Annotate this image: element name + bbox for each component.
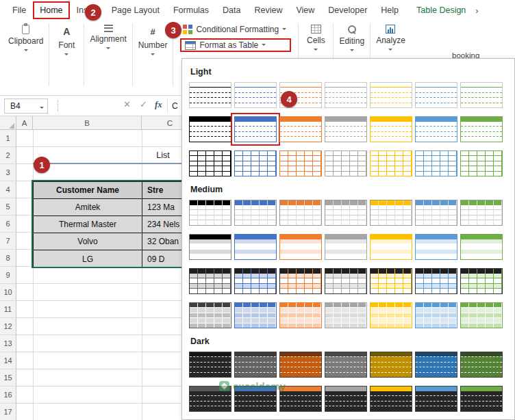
table-style-thumbnail[interactable] <box>325 200 367 226</box>
table-style-thumbnail[interactable] <box>279 268 322 294</box>
row-header-7[interactable]: 7 <box>0 233 16 250</box>
table-style-thumbnail[interactable] <box>279 116 322 142</box>
column-header-b[interactable]: B <box>33 116 142 130</box>
table-style-thumbnail[interactable] <box>460 200 503 226</box>
table-style-thumbnail[interactable] <box>234 116 277 142</box>
table-style-thumbnail[interactable] <box>325 234 367 260</box>
row-header-10[interactable]: 10 <box>0 284 16 301</box>
table-style-thumbnail[interactable] <box>460 150 503 176</box>
tab-view[interactable]: View <box>289 1 321 19</box>
table-style-thumbnail[interactable] <box>189 200 231 226</box>
row-header-15[interactable]: 15 <box>0 369 16 386</box>
table-style-thumbnail[interactable] <box>370 82 412 108</box>
tab-table-design[interactable]: Table Design <box>410 1 473 19</box>
table-style-thumbnail[interactable] <box>189 234 231 260</box>
table-style-thumbnail[interactable] <box>234 82 277 108</box>
table-style-thumbnail[interactable] <box>415 386 457 412</box>
table-style-thumbnail[interactable] <box>415 302 457 328</box>
table-style-thumbnail[interactable] <box>189 150 231 176</box>
row-header-16[interactable]: 16 <box>0 386 16 404</box>
table-style-thumbnail[interactable] <box>415 150 457 176</box>
group-font[interactable]: Font <box>51 23 82 86</box>
table-style-thumbnail[interactable] <box>370 150 412 176</box>
table-header-cell[interactable]: Customer Name <box>34 182 142 199</box>
table-style-thumbnail[interactable] <box>279 386 322 412</box>
table-style-thumbnail[interactable] <box>279 150 322 176</box>
table-style-thumbnail[interactable] <box>325 386 367 412</box>
name-box[interactable]: B4 <box>4 99 48 114</box>
row-header-2[interactable]: 2 <box>0 147 16 164</box>
table-style-thumbnail[interactable] <box>460 82 503 108</box>
table-style-thumbnail[interactable] <box>325 82 367 108</box>
group-clipboard[interactable]: Clipboard <box>4 23 47 86</box>
table-style-thumbnail[interactable] <box>370 386 412 412</box>
row-header-9[interactable]: 9 <box>0 267 16 284</box>
row-header-13[interactable]: 13 <box>0 335 16 352</box>
row-header-11[interactable]: 11 <box>0 301 16 318</box>
tab-help[interactable]: Help <box>374 1 405 19</box>
table-style-thumbnail[interactable] <box>460 268 503 294</box>
table-style-thumbnail[interactable] <box>325 302 367 328</box>
table-style-thumbnail[interactable] <box>234 200 277 226</box>
row-header-14[interactable]: 14 <box>0 352 16 369</box>
tab-formulas[interactable]: Formulas <box>166 1 216 19</box>
table-style-thumbnail[interactable] <box>460 302 503 328</box>
table-style-thumbnail[interactable] <box>325 352 367 378</box>
table-style-thumbnail[interactable] <box>370 268 412 294</box>
table-cell[interactable]: Volvo <box>34 233 142 250</box>
table-style-thumbnail[interactable] <box>415 234 457 260</box>
table-style-thumbnail[interactable] <box>234 268 277 294</box>
select-all-corner[interactable] <box>0 116 16 130</box>
table-style-thumbnail[interactable] <box>234 150 277 176</box>
table-cell[interactable]: LG <box>34 250 142 267</box>
table-style-thumbnail[interactable] <box>279 352 322 378</box>
table-style-thumbnail[interactable] <box>234 386 277 412</box>
row-header-6[interactable]: 6 <box>0 215 16 233</box>
tab-page-layout[interactable]: Page Layout <box>105 1 166 19</box>
tab-file[interactable]: File <box>5 1 33 19</box>
tab-review[interactable]: Review <box>247 1 289 19</box>
table-style-thumbnail[interactable] <box>189 268 231 294</box>
row-header-3[interactable]: 3 <box>0 164 16 181</box>
conditional-formatting-button[interactable]: Conditional Formatting <box>180 23 291 36</box>
table-cell[interactable]: Thermal Master <box>34 216 142 233</box>
table-style-thumbnail[interactable] <box>415 82 457 108</box>
table-style-thumbnail[interactable] <box>325 116 367 142</box>
row-header-4[interactable]: 4 <box>0 181 16 198</box>
row-header-8[interactable]: 8 <box>0 250 16 267</box>
table-style-thumbnail[interactable] <box>415 352 457 378</box>
table-style-thumbnail[interactable] <box>279 200 322 226</box>
table-style-thumbnail[interactable] <box>279 234 322 260</box>
table-style-thumbnail[interactable] <box>189 386 231 412</box>
table-style-thumbnail[interactable] <box>234 234 277 260</box>
table-style-thumbnail[interactable] <box>189 302 231 328</box>
row-header-5[interactable]: 5 <box>0 198 16 215</box>
table-style-thumbnail[interactable] <box>279 302 322 328</box>
table-style-thumbnail[interactable] <box>460 116 503 142</box>
table-style-thumbnail[interactable] <box>415 268 457 294</box>
format-as-table-button[interactable]: Format as Table <box>180 38 291 52</box>
row-header-1[interactable]: 1 <box>0 130 16 147</box>
table-style-thumbnail[interactable] <box>370 116 412 142</box>
table-style-thumbnail[interactable] <box>234 302 277 328</box>
table-style-thumbnail[interactable] <box>370 234 412 260</box>
table-style-thumbnail[interactable] <box>460 386 503 412</box>
table-style-thumbnail[interactable] <box>189 116 231 142</box>
tab-developer[interactable]: Developer <box>321 1 374 19</box>
formula-bar-value[interactable]: C <box>172 101 178 111</box>
group-alignment[interactable]: Alignment <box>86 23 130 86</box>
insert-function-icon[interactable]: fx <box>155 99 162 110</box>
table-style-thumbnail[interactable] <box>370 302 412 328</box>
table-cell[interactable]: Amitek <box>34 199 142 216</box>
tab-data[interactable]: Data <box>216 1 247 19</box>
column-header-a[interactable]: A <box>16 116 33 130</box>
table-style-thumbnail[interactable] <box>189 352 231 378</box>
table-style-thumbnail[interactable] <box>415 200 457 226</box>
table-style-thumbnail[interactable] <box>370 200 412 226</box>
tab-home[interactable]: Home <box>33 1 69 19</box>
table-style-thumbnail[interactable] <box>234 352 277 378</box>
tab-overflow-chevron-icon[interactable]: › <box>473 5 481 16</box>
row-header-12[interactable]: 12 <box>0 318 16 335</box>
table-style-thumbnail[interactable] <box>460 234 503 260</box>
row-header-17[interactable]: 17 <box>0 404 16 420</box>
